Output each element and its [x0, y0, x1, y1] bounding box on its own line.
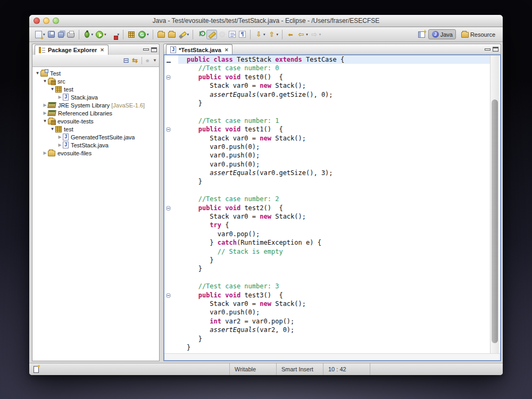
horizontal-scrollbar[interactable] — [164, 353, 500, 360]
link-with-editor-button[interactable]: ⇆ — [132, 56, 138, 65]
print-button[interactable] — [65, 30, 76, 39]
minimize-view-button[interactable] — [143, 48, 149, 51]
titlebar[interactable]: Java - Test/evosuite-tests/test/TestStac… — [29, 15, 503, 27]
zoom-window-button[interactable] — [53, 18, 59, 24]
tree-item-generatedtestsuite-java[interactable]: ▶GeneratedTestSuite.java — [32, 133, 159, 141]
run-button[interactable]: ▾ — [94, 30, 107, 39]
open-folder-button[interactable] — [156, 30, 167, 39]
code-line-text[interactable]: var0.push(0); — [178, 308, 490, 317]
tree-item-referenced-libraries[interactable]: ▶Referenced Libraries — [32, 109, 159, 117]
new-wizard-button[interactable]: ▾ — [34, 30, 46, 39]
minimize-window-button[interactable] — [43, 18, 49, 24]
debug-button[interactable]: ▾ — [82, 30, 95, 39]
code-line-text[interactable]: } — [178, 177, 490, 186]
tree-collapse-icon[interactable]: ▼ — [42, 119, 48, 123]
last-edit-location-button[interactable] — [285, 30, 296, 39]
fast-view-tray-icon[interactable] — [34, 366, 39, 373]
tree-item-test[interactable]: ▼test — [32, 85, 159, 93]
fold-marker-icon[interactable] — [166, 127, 171, 132]
fold-marker-icon[interactable] — [167, 62, 171, 63]
fold-marker-icon[interactable] — [166, 293, 171, 298]
next-annotation-button[interactable]: ▾ — [253, 30, 267, 39]
code-line-text[interactable]: public void test3() { — [178, 291, 490, 300]
debug-dropdown-icon[interactable]: ▾ — [92, 32, 94, 37]
code-line-text[interactable]: Stack var0 = new Stack(); — [178, 134, 490, 143]
previous-annotation-button[interactable]: ▾ — [267, 30, 280, 39]
minimize-editor-button[interactable] — [485, 48, 491, 51]
show-source-element-button[interactable] — [227, 30, 237, 39]
code-line-text[interactable]: Stack var0 = new Stack(); — [178, 212, 490, 221]
tree-item-jre-system-library[interactable]: ▶JRE System Library[JavaSE-1.6] — [32, 101, 159, 109]
code-line-text[interactable]: Stack var0 = new Stack(); — [178, 300, 490, 308]
save-button[interactable] — [46, 30, 56, 39]
back-navigation-dropdown-icon[interactable]: ▾ — [306, 32, 308, 37]
scrollbar-thumb[interactable] — [492, 99, 498, 343]
close-editor-icon[interactable]: ✕ — [225, 47, 229, 53]
code-line-text[interactable]: } — [178, 264, 490, 273]
code-line-text[interactable]: } — [178, 256, 490, 264]
run-dropdown-icon[interactable]: ▾ — [104, 32, 106, 37]
tree-item-stack-java[interactable]: ▶Stack.java — [32, 93, 159, 101]
search-dropdown-icon[interactable]: ▾ — [187, 32, 189, 37]
open-perspective-button[interactable] — [417, 30, 427, 39]
code-line-text[interactable]: } — [178, 335, 490, 343]
view-menu-button[interactable]: ▼ — [153, 56, 157, 65]
show-parameters-button[interactable] — [196, 30, 206, 39]
code-editor[interactable]: public class TestStack extends TestCase … — [164, 55, 490, 354]
tree-item-test[interactable]: ▼test — [32, 125, 159, 133]
code-line-text[interactable] — [178, 107, 490, 116]
tree-collapse-icon[interactable]: ▼ — [49, 127, 55, 131]
tab-teststack-java[interactable]: *TestStack.java ✕ — [166, 44, 232, 55]
code-line-text[interactable]: var0.push(0); — [178, 160, 490, 169]
tree-item-src[interactable]: ▼src — [32, 77, 159, 85]
code-line-text[interactable]: public void test0() { — [178, 73, 490, 81]
code-line-text[interactable] — [178, 273, 490, 282]
tree-expand-icon[interactable]: ▶ — [57, 143, 63, 147]
show-whitespace-button[interactable] — [237, 30, 247, 39]
code-line-text[interactable]: } — [178, 99, 490, 107]
collapse-all-button[interactable]: ⊟ — [123, 56, 129, 65]
package-explorer-tree[interactable]: ▼Test▼src▼test▶Stack.java▶JRE System Lib… — [32, 67, 160, 361]
tree-collapse-icon[interactable]: ▼ — [42, 79, 48, 84]
tree-collapse-icon[interactable]: ▼ — [35, 71, 40, 76]
forward-navigation-dropdown-icon[interactable]: ▾ — [319, 32, 321, 37]
maximize-editor-button[interactable] — [493, 47, 498, 52]
code-line-text[interactable]: } catch(RuntimeException e) { — [178, 238, 490, 247]
code-line-text[interactable]: var0.push(0); — [178, 151, 490, 160]
code-line-text[interactable]: assertEquals(var0.getSize(), 0); — [178, 90, 490, 99]
code-line-text[interactable]: int var2 = var0.pop(); — [178, 317, 490, 326]
code-line-text[interactable]: assertEquals(var2, 0); — [178, 326, 490, 334]
next-annotation-dropdown-icon[interactable]: ▾ — [263, 32, 265, 37]
tab-package-explorer[interactable]: Package Explorer ✕ — [35, 45, 109, 55]
fold-marker-icon[interactable] — [166, 206, 171, 211]
close-view-icon[interactable]: ✕ — [100, 47, 104, 53]
new-java-class-button[interactable]: ▾ — [137, 30, 150, 39]
code-line-text[interactable]: // Stack is empty — [178, 247, 490, 256]
new-java-package-button[interactable] — [126, 30, 137, 39]
perspective-resource-button[interactable]: Resource — [458, 29, 498, 39]
vertical-scrollbar[interactable] — [490, 55, 499, 354]
code-line-text[interactable]: } — [178, 343, 490, 352]
perspective-java-button[interactable]: Java — [428, 29, 456, 39]
open-resource-button[interactable] — [167, 30, 177, 39]
code-line-text[interactable]: var0.push(0); — [178, 143, 490, 151]
run-last-launched-button[interactable]: ▾ — [107, 30, 121, 39]
fold-marker-icon[interactable] — [166, 75, 171, 80]
code-line-text[interactable]: //Test case number: 3 — [178, 282, 490, 290]
new-java-class-dropdown-icon[interactable]: ▾ — [147, 32, 149, 37]
tree-expand-icon[interactable]: ▶ — [42, 111, 48, 115]
maximize-view-button[interactable] — [151, 47, 157, 52]
tree-expand-icon[interactable]: ▶ — [57, 135, 63, 139]
tree-expand-icon[interactable]: ▶ — [42, 151, 48, 155]
code-line-text[interactable]: public class TestStack extends TestCase … — [178, 55, 490, 64]
code-line-text[interactable]: public void test2() { — [178, 204, 490, 212]
code-line-text[interactable]: //Test case number: 2 — [178, 195, 490, 203]
close-window-button[interactable] — [34, 18, 40, 24]
tree-item-teststack-java[interactable]: ▶TestStack.java — [32, 141, 159, 149]
save-all-button[interactable] — [56, 30, 65, 39]
tree-collapse-icon[interactable]: ▼ — [49, 87, 55, 92]
code-line-text[interactable]: //Test case number: 1 — [178, 117, 490, 125]
mark-occurrences-button[interactable] — [206, 30, 217, 39]
back-navigation-button[interactable]: ▾ — [296, 30, 309, 39]
search-button[interactable]: ▾ — [177, 30, 190, 39]
